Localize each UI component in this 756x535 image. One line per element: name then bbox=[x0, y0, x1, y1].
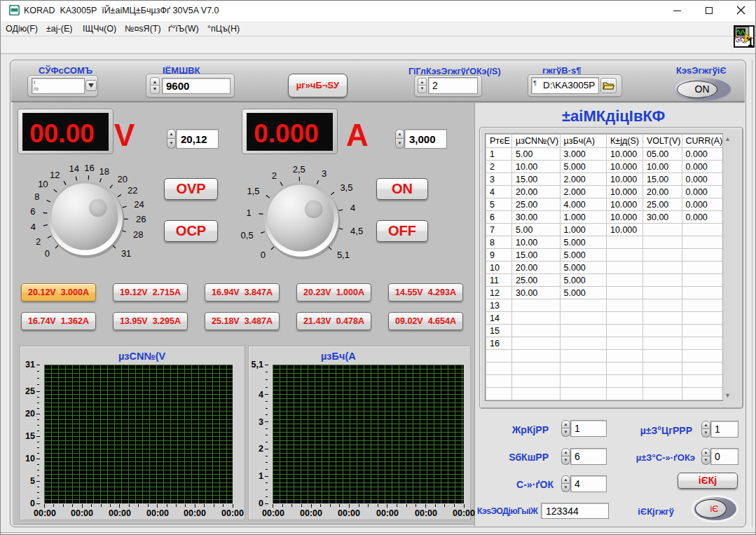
svg-text:16: 16 bbox=[84, 163, 94, 173]
svg-text:1: 1 bbox=[246, 208, 251, 218]
svg-text:28: 28 bbox=[133, 229, 143, 240]
svg-text:24: 24 bbox=[134, 199, 144, 210]
svg-text:0,5: 0,5 bbox=[241, 230, 254, 241]
svg-text:2: 2 bbox=[272, 170, 277, 181]
svg-text:0: 0 bbox=[261, 250, 266, 260]
svg-text:18: 18 bbox=[99, 166, 109, 177]
svg-text:2,5: 2,5 bbox=[293, 164, 305, 175]
svg-text:4: 4 bbox=[350, 203, 355, 213]
svg-text:2: 2 bbox=[36, 236, 41, 247]
svg-text:31: 31 bbox=[121, 248, 131, 259]
svg-text:3: 3 bbox=[322, 168, 327, 179]
svg-text:12: 12 bbox=[50, 170, 60, 180]
svg-text:14: 14 bbox=[69, 163, 78, 174]
svg-text:8: 8 bbox=[34, 191, 39, 202]
svg-text:6: 6 bbox=[30, 206, 35, 217]
svg-text:1,5: 1,5 bbox=[247, 186, 260, 196]
svg-text:22: 22 bbox=[128, 185, 137, 196]
svg-text:4,5: 4,5 bbox=[350, 226, 363, 236]
svg-text:10: 10 bbox=[38, 179, 48, 189]
svg-text:20: 20 bbox=[118, 174, 128, 184]
svg-text:26: 26 bbox=[136, 214, 146, 224]
svg-text:3,5: 3,5 bbox=[340, 182, 352, 193]
svg-text:0: 0 bbox=[45, 248, 50, 259]
svg-text:5,1: 5,1 bbox=[337, 250, 350, 260]
svg-text:4: 4 bbox=[31, 222, 36, 232]
